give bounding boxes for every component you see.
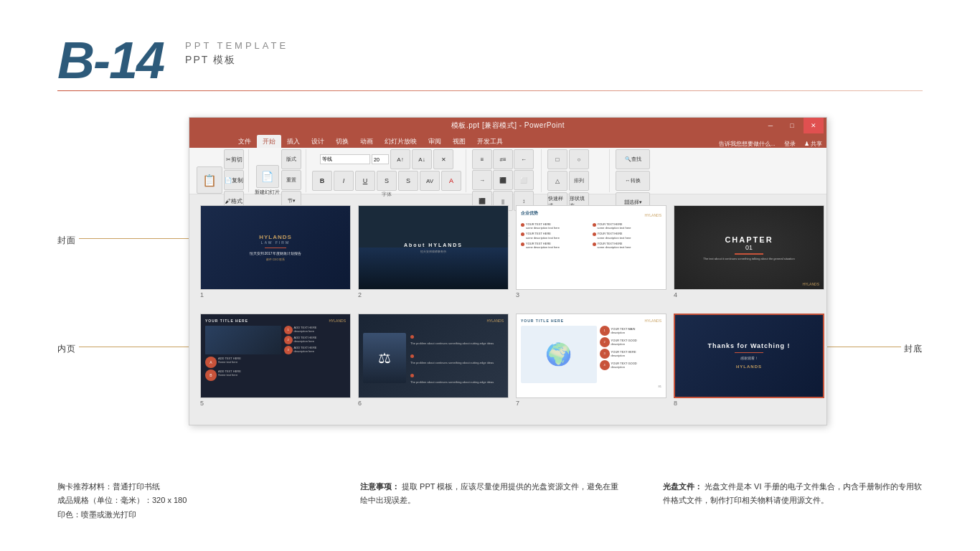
slide4-num: 01 <box>745 244 753 251</box>
slide-4[interactable]: CHAPTER 01 The text about it continues s… <box>674 205 824 306</box>
slide6-content: ⚖ The problem about continues something … <box>363 323 504 393</box>
footer-col3-bold: 光盘文件： <box>663 482 702 491</box>
font-grow-btn[interactable]: A↑ <box>390 149 410 169</box>
label-feng-di: 封底 <box>904 343 923 355</box>
indent-inc-btn[interactable]: → <box>472 170 492 190</box>
subtitle-en: PPT TEMPLATE <box>185 40 288 51</box>
font-shrink-btn[interactable]: A↓ <box>412 149 432 169</box>
close-btn[interactable]: ✕ <box>804 118 824 133</box>
tab-home[interactable]: 开始 <box>257 135 281 148</box>
slide4-chapter: CHAPTER <box>725 235 773 244</box>
slide-6-img: HYLANDS ⚖ The problem about continues so… <box>358 314 509 398</box>
restore-btn[interactable]: □ <box>782 118 802 133</box>
slide4-desc: The text about it continues something ta… <box>703 257 794 260</box>
copy-btn[interactable]: 📄复制 <box>224 170 244 190</box>
slide-6[interactable]: HYLANDS ⚖ The problem about continues so… <box>358 314 509 415</box>
slide-1-img: HYLANDS LAW FIRM 恒天安邦2017年度财政计划报告 邮件 CEO… <box>200 205 351 290</box>
slide-5[interactable]: YOUR TITLE HERE HYLANDS A ADD TEXT HERES… <box>200 314 351 415</box>
slide3-content: YOUR TEXT HEREsome description text here… <box>521 222 661 249</box>
new-slide-label[interactable]: 新建幻灯片 <box>255 189 280 196</box>
align-center-btn[interactable]: ⬜ <box>514 170 534 190</box>
slide7-title: YOUR TITLE HERE <box>521 319 564 323</box>
tab-file[interactable]: 文件 <box>232 135 257 148</box>
layout-btn[interactable]: 版式 <box>281 149 301 169</box>
slide-4-num: 4 <box>674 291 824 298</box>
tab-review[interactable]: 审阅 <box>423 135 447 148</box>
font-family-select[interactable]: 等线 <box>320 154 370 164</box>
slide2-title: About HYLANDS <box>404 242 463 248</box>
slide-3[interactable]: 企业优势 HYLANDS YOUR TEXT HEREsome descript… <box>516 205 666 306</box>
bold-btn[interactable]: B <box>312 171 332 191</box>
slide-7-img: YOUR TITLE HERE HYLANDS 🌍 1 YOUR TEXT MA… <box>516 314 666 398</box>
slide6-right: The problem about continues something ab… <box>406 329 504 387</box>
tab-insert[interactable]: 插入 <box>281 135 306 148</box>
search-box[interactable]: 告诉我您想要做什么... <box>715 140 780 148</box>
paste-btn[interactable]: 📋 <box>197 166 222 194</box>
align-left-btn[interactable]: ⬛ <box>493 170 513 190</box>
login-btn[interactable]: 登录 <box>780 140 800 148</box>
shadow-btn[interactable]: S <box>398 171 418 191</box>
label-line-nei-ye <box>79 347 194 347</box>
slide8-text: Thanks for Watching ! <box>707 342 790 349</box>
slide-8[interactable]: Thanks for Watching ! 感谢观看！ HYLANDS 8 <box>674 314 824 415</box>
italic-btn[interactable]: I <box>334 171 354 191</box>
title-right: PPT TEMPLATE PPT 模板 <box>185 34 288 67</box>
footer-col3-text: 光盘文件： 光盘文件是本 VI 手册的电子文件集合，内含手册制作的专用软件格式文… <box>663 480 923 509</box>
slide-1[interactable]: HYLANDS LAW FIRM 恒天安邦2017年度财政计划报告 邮件 CEO… <box>200 205 351 306</box>
indent-dec-btn[interactable]: ← <box>514 149 534 169</box>
shape1-btn[interactable]: □ <box>547 149 567 169</box>
strikethrough-btn[interactable]: S <box>377 171 397 191</box>
tab-design[interactable]: 设计 <box>306 135 330 148</box>
slide-7[interactable]: YOUR TITLE HERE HYLANDS 🌍 1 YOUR TEXT MA… <box>516 314 666 415</box>
clear-format-btn[interactable]: ✕ <box>433 149 453 169</box>
shape3-btn[interactable]: △ <box>547 171 567 191</box>
slide-area: HYLANDS LAW FIRM 恒天安邦2017年度财政计划报告 邮件 CEO… <box>189 194 826 425</box>
title-bar-text: 模板.ppt [兼容模式] - PowerPoint <box>451 121 565 131</box>
slide1-divider <box>265 248 286 248</box>
tab-developer[interactable]: 开发工具 <box>471 135 509 148</box>
list-btn[interactable]: ≡ <box>472 149 492 169</box>
tab-animation[interactable]: 动画 <box>354 135 379 148</box>
slide6-statue: ⚖ <box>378 349 391 367</box>
subtitle-cn: PPT 模板 <box>185 54 288 67</box>
ribbon-content: 📋 ✂剪切 📄复制 🖌格式 剪贴板 📄 新建幻灯片 版式 重置 <box>189 148 826 194</box>
slide-5-img: YOUR TITLE HERE HYLANDS A ADD TEXT HERES… <box>200 314 351 398</box>
slide-8-num: 8 <box>674 400 824 407</box>
slide-2[interactable]: About HYLANDS 恒天安邦律师事务所 2 <box>358 205 509 306</box>
ppt-window: 模板.ppt [兼容模式] - PowerPoint ─ □ ✕ 文件 开始 插… <box>189 117 827 425</box>
font-size-select[interactable]: 20 <box>372 154 389 164</box>
new-slide-btn[interactable]: 📄 <box>256 165 279 188</box>
ribbon-group-slides: 📄 新建幻灯片 版式 重置 节▾ 幻灯片 <box>250 149 306 192</box>
share-btn[interactable]: ♟ 共享 <box>800 140 826 148</box>
cut-btn[interactable]: ✂剪切 <box>224 149 244 169</box>
slides-icons: 📄 新建幻灯片 版式 重置 节▾ <box>255 149 301 211</box>
tab-view[interactable]: 视图 <box>447 135 471 148</box>
ribbon-tabs: 文件 开始 插入 设计 切换 动画 幻灯片放映 审阅 视图 开发工具 告诉我您想… <box>189 133 826 148</box>
tab-transition[interactable]: 切换 <box>330 135 354 148</box>
slide8-sub: 感谢观看！ <box>740 356 758 360</box>
minimize-btn[interactable]: ─ <box>760 118 781 133</box>
label-nei-ye: 内页 <box>57 343 76 355</box>
slide4-line <box>735 253 763 255</box>
shape2-btn[interactable]: ○ <box>569 149 589 169</box>
fontcolor-btn[interactable]: A <box>441 171 461 191</box>
slide-8-img: Thanks for Watching ! 感谢观看！ HYLANDS <box>674 314 824 398</box>
reset-btn[interactable]: 重置 <box>281 170 301 190</box>
footer-col1-line2: 成品规格（单位：毫米）：320 x 180 <box>57 494 317 508</box>
title-bar-controls: ─ □ ✕ <box>760 118 824 133</box>
underline-btn[interactable]: U <box>355 171 375 191</box>
numlist-btn[interactable]: #≡ <box>493 149 513 169</box>
slide-1-num: 1 <box>200 291 351 298</box>
replace-btn[interactable]: ↔转换 <box>616 171 650 191</box>
footer-col-2: 注意事项： 提取 PPT 模板，应该尽量使用提供的光盘资源文件，避免在重绘中出现… <box>360 480 620 522</box>
slide-4-img: CHAPTER 01 The text about it continues s… <box>674 205 824 290</box>
tab-slideshow[interactable]: 幻灯片放映 <box>379 135 423 148</box>
slide5-title: YOUR TITLE HERE <box>205 319 248 323</box>
arrange-btn[interactable]: 排列 <box>569 171 589 191</box>
find-btn[interactable]: 🔍查找 <box>616 149 650 169</box>
spacing-btn[interactable]: AV <box>420 171 440 191</box>
slide1-names: 邮件 CEO 联系 <box>266 258 286 261</box>
footer-col1-line3: 印色：喷墨或激光打印 <box>57 508 317 522</box>
footer-col2-text: 注意事项： 提取 PPT 模板，应该尽量使用提供的光盘资源文件，避免在重绘中出现… <box>360 480 620 509</box>
big-title: B-14 <box>57 34 164 86</box>
